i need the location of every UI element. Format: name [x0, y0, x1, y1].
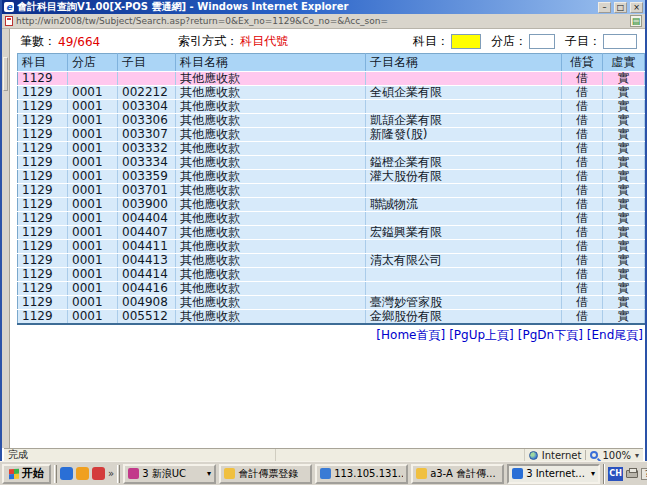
zoom-level[interactable]: 100% [602, 450, 631, 461]
subitem-input[interactable] [603, 34, 637, 49]
table-row[interactable]: 11290001003334其他應收款鎰橙企業有限借實 [18, 156, 645, 170]
table-cell: 借 [562, 212, 603, 226]
pagination-link[interactable]: [PgUp上頁] [449, 328, 514, 342]
table-cell: 鎰橙企業有限 [366, 156, 562, 170]
taskbar-button[interactable]: a3-A 會計傳... [411, 464, 504, 484]
table-cell: 臺灣妙管家股 [366, 296, 562, 310]
table-row[interactable]: 11290001003307其他應收款新隆發(股)借實 [18, 128, 645, 142]
table-cell: 其他應收款 [176, 310, 366, 325]
address-url[interactable]: http://win2008/tw/Subject/Search.asp?ret… [16, 16, 627, 26]
table-row[interactable]: 11290001002212其他應收款全碩企業有限借實 [18, 86, 645, 100]
help-icon[interactable]: ? [641, 468, 647, 480]
table-cell: 0001 [68, 254, 118, 268]
pagination-link[interactable]: [Home首頁] [376, 328, 445, 342]
taskbar-button[interactable]: 會計傳票登錄 [219, 464, 312, 484]
taskbar-button-dropdown-icon[interactable]: ▾ [207, 469, 211, 478]
aliwangwang-icon[interactable] [76, 467, 89, 480]
table-cell: 借 [562, 170, 603, 184]
table-cell: 借 [562, 184, 603, 198]
table-row[interactable]: 11290001004413其他應收款清太有限公司借實 [18, 254, 645, 268]
table-cell: 1129 [18, 268, 68, 282]
table-cell: 003307 [118, 128, 176, 142]
table-row[interactable]: 11290001004404其他應收款借實 [18, 212, 645, 226]
table-cell: 借 [562, 296, 603, 310]
table-row[interactable]: 11290001004414其他應收款借實 [18, 268, 645, 282]
table-cell: 其他應收款 [176, 156, 366, 170]
go-icon[interactable]: ▤ [630, 15, 642, 27]
taskbar-button-label: 3 新浪UC [142, 467, 204, 481]
desktop: e 會計科目查詢V1.00[X-POS 雲通網] - Windows Inter… [0, 0, 647, 485]
language-indicator[interactable]: CH [608, 467, 623, 481]
start-label: 开始 [22, 466, 44, 481]
taskbar: 开始 » 3 新浪UC▾會計傳票登錄113.105.131...a3-A 會計傳… [0, 461, 647, 485]
table-cell: 004407 [118, 226, 176, 240]
table-cell: 1129 [18, 226, 68, 240]
table-cell: 實 [603, 212, 645, 226]
quicklaunch-overflow-icon[interactable]: » [108, 468, 114, 479]
maximize-button[interactable]: □ [614, 2, 627, 13]
taskbar-button-icon [320, 468, 331, 479]
table-cell: 003334 [118, 156, 176, 170]
table-cell: 實 [603, 156, 645, 170]
table-row[interactable]: 11290001003900其他應收款聯誠物流借實 [18, 198, 645, 212]
table-cell [366, 282, 562, 296]
subject-input[interactable] [451, 34, 481, 49]
table-row[interactable]: 11290001004416其他應收款借實 [18, 282, 645, 296]
table-cell: 實 [603, 282, 645, 296]
table-header-row: 科目分店子目科目名稱子目名稱借貸虛實 [18, 54, 645, 72]
table-cell: 1129 [18, 296, 68, 310]
table-row[interactable]: 11290001003332其他應收款借實 [18, 142, 645, 156]
table-cell: 其他應收款 [176, 198, 366, 212]
table-cell: 實 [603, 100, 645, 114]
table-cell: 005512 [118, 310, 176, 325]
uc-messenger-icon[interactable] [60, 467, 73, 480]
taskbar-button-label: 會計傳票登錄 [238, 467, 307, 481]
table-row[interactable]: 11290001004908其他應收款臺灣妙管家股借實 [18, 296, 645, 310]
printer-icon[interactable] [626, 470, 638, 478]
minimize-button[interactable]: – [598, 2, 611, 13]
status-bar: 完成 Internet 100% ▾ [4, 448, 643, 461]
zone-label: Internet [542, 450, 582, 461]
table-cell: 借 [562, 282, 603, 296]
taskbar-button-icon [224, 468, 235, 479]
task-buttons: 3 新浪UC▾會計傳票登錄113.105.131...a3-A 會計傳...3 … [123, 464, 600, 484]
taskbar-button[interactable]: 3 新浪UC▾ [123, 464, 216, 484]
table-row[interactable]: 11290001003306其他應收款凱頡企業有限借實 [18, 114, 645, 128]
page-content: 筆數： 49/664 索引方式： 科目代號 科目：分店：子目： 科目分店子目科目… [2, 29, 645, 448]
table-cell: 借 [562, 156, 603, 170]
table-cell: 借 [562, 240, 603, 254]
table-row[interactable]: 11290001003701其他應收款借實 [18, 184, 645, 198]
taskbar-divider [54, 465, 57, 483]
table-row[interactable]: 1129其他應收款借實 [18, 72, 645, 86]
subitem-label: 子目： [565, 33, 601, 50]
table-cell: 借 [562, 226, 603, 240]
splitter-handle[interactable] [3, 57, 8, 91]
table-cell: 其他應收款 [176, 142, 366, 156]
taskbar-button[interactable]: 113.105.131... [315, 464, 408, 484]
table-cell: 0001 [68, 198, 118, 212]
close-button[interactable]: × [630, 2, 643, 13]
table-cell: 借 [562, 310, 603, 325]
branch-input[interactable] [529, 34, 555, 49]
table-cell: 0001 [68, 212, 118, 226]
pagination-link[interactable]: [PgDn下頁] [518, 328, 583, 342]
qq-icon[interactable] [92, 467, 105, 480]
table-row[interactable]: 11290001004407其他應收款宏鎰興業有限借實 [18, 226, 645, 240]
table-row[interactable]: 11290001004411其他應收款借實 [18, 240, 645, 254]
table-cell: 0001 [68, 310, 118, 325]
table-cell [118, 72, 176, 86]
table-cell: 借 [562, 142, 603, 156]
table-row[interactable]: 11290001003304其他應收款借實 [18, 100, 645, 114]
table-cell: 借 [562, 128, 603, 142]
taskbar-button[interactable]: 3 Internet...▾ [507, 464, 600, 484]
sidebar-splitter[interactable] [2, 29, 10, 448]
column-header: 子目名稱 [366, 54, 562, 72]
start-button[interactable]: 开始 [2, 464, 51, 484]
table-row[interactable]: 11290001005512其他應收款金鄉股份有限借實 [18, 310, 645, 325]
table-cell: 0001 [68, 268, 118, 282]
table-cell: 實 [603, 254, 645, 268]
table-row[interactable]: 11290001003359其他應收款灌大股份有限借實 [18, 170, 645, 184]
taskbar-button-dropdown-icon[interactable]: ▾ [591, 469, 595, 478]
zoom-dropdown-icon[interactable]: ▾ [635, 451, 639, 460]
pagination-link[interactable]: [End尾頁] [587, 328, 643, 342]
